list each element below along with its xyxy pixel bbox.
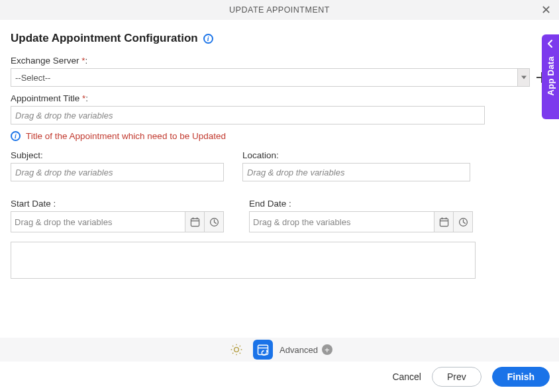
advanced-toggle[interactable]: Advanced + [280, 344, 332, 355]
start-date-label: Start Date : [11, 199, 224, 209]
start-date-group: Start Date : [11, 199, 224, 232]
exchange-server-select-row: --Select-- [11, 68, 548, 87]
end-date-group: End Date : [249, 199, 462, 232]
action-bar: Cancel Prev Finish [0, 362, 559, 392]
start-date-input[interactable] [11, 212, 185, 232]
svg-rect-8 [445, 217, 446, 219]
appt-title-group: Appointment Title *: [11, 93, 548, 124]
finish-button[interactable]: Finish [492, 367, 550, 387]
appt-title-input[interactable] [11, 106, 485, 124]
subject-group: Subject: [11, 150, 224, 181]
clock-icon[interactable] [204, 212, 223, 232]
side-tab-label: App Data [546, 56, 556, 95]
subject-label: Subject: [11, 150, 224, 160]
exchange-server-group: Exchange Server *: --Select-- [11, 56, 548, 87]
svg-rect-5 [440, 219, 448, 226]
advanced-label: Advanced [280, 345, 318, 355]
subject-input[interactable] [11, 163, 224, 181]
page-heading: Update Appointment Configuration [11, 32, 198, 45]
schedule-button[interactable] [253, 340, 273, 360]
window-title: UPDATE APPOINTMENT [229, 5, 330, 15]
appt-title-label: Appointment Title *: [11, 93, 548, 103]
location-label: Location: [242, 150, 456, 160]
chevron-down-icon [517, 69, 529, 86]
info-icon[interactable]: i [203, 34, 213, 44]
exchange-server-value: --Select-- [15, 73, 50, 83]
end-date-field [249, 211, 473, 232]
appt-title-helper: Title of the Appointment which need to b… [26, 131, 226, 141]
content-area: Update Appointment Configuration i Excha… [0, 20, 559, 279]
location-group: Location: [242, 150, 456, 181]
notes-area[interactable] [11, 242, 476, 279]
settings-button[interactable] [227, 340, 246, 360]
dates-row: Start Date : End Date : [11, 199, 548, 232]
app-data-panel-toggle[interactable]: App Data [542, 34, 559, 119]
exchange-server-label: Exchange Server *: [11, 56, 548, 66]
location-input[interactable] [242, 163, 470, 181]
svg-rect-7 [441, 217, 442, 219]
titlebar: UPDATE APPOINTMENT ✕ [0, 0, 559, 20]
cancel-button[interactable]: Cancel [392, 371, 421, 382]
close-icon[interactable]: ✕ [541, 3, 552, 17]
appt-title-helper-row: i Title of the Appointment which need to… [11, 131, 548, 141]
svg-rect-2 [192, 217, 193, 219]
end-date-input[interactable] [250, 212, 434, 232]
start-date-field [11, 211, 224, 232]
exchange-server-select[interactable]: --Select-- [11, 68, 530, 87]
plus-circle-icon: + [322, 344, 332, 355]
svg-rect-0 [191, 219, 199, 226]
bottom-toolbar: Advanced + [0, 338, 559, 362]
chevron-left-icon [548, 40, 553, 50]
clock-icon[interactable] [453, 212, 472, 232]
subject-location-row: Subject: Location: [11, 150, 548, 188]
prev-button[interactable]: Prev [432, 367, 482, 387]
info-icon: i [11, 131, 21, 141]
end-date-label: End Date : [249, 199, 462, 209]
svg-rect-3 [196, 217, 197, 219]
page-title: Update Appointment Configuration i [11, 32, 548, 45]
calendar-icon[interactable] [434, 212, 453, 232]
calendar-icon[interactable] [185, 212, 204, 232]
